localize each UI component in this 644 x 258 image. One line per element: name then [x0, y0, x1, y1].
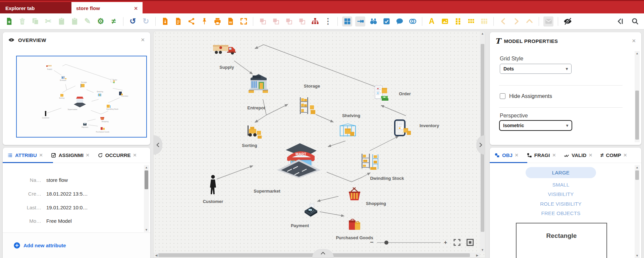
- node-payment[interactable]: [303, 203, 319, 219]
- redo-icon[interactable]: ↻: [141, 16, 151, 27]
- zoom-slider[interactable]: [377, 242, 441, 243]
- edit-icon[interactable]: ✎: [83, 16, 93, 27]
- attr-created-value[interactable]: 18.01.2022 13:5…: [46, 191, 88, 197]
- paste-icon[interactable]: [56, 16, 66, 27]
- node-supply[interactable]: [212, 42, 237, 59]
- snapshot-icon[interactable]: [238, 16, 249, 27]
- node-shelving[interactable]: [339, 123, 357, 139]
- tab-occurrences-close-icon[interactable]: ✕: [133, 153, 137, 158]
- text-tool-icon[interactable]: A: [427, 16, 437, 27]
- tab-comparison[interactable]: ≠ COMP ✕: [600, 152, 627, 158]
- add-attribute-button[interactable]: Add new attribute: [23, 243, 66, 248]
- node-shopping[interactable]: [346, 187, 363, 203]
- undo-icon[interactable]: ↺: [128, 16, 138, 27]
- select-mode-icon[interactable]: [381, 16, 391, 27]
- cut-icon[interactable]: ✂: [43, 16, 53, 27]
- perspective-dropdown[interactable]: Isometric ▾: [499, 120, 572, 131]
- collapse-right-icon[interactable]: [615, 16, 625, 27]
- tab-explorer[interactable]: Explorer tab: [0, 2, 71, 14]
- zoom-in-button[interactable]: +: [444, 240, 447, 246]
- export-file-icon[interactable]: [160, 16, 170, 27]
- hide-assignments-checkbox[interactable]: [500, 93, 505, 99]
- scroll-left-icon[interactable]: ◀: [154, 254, 158, 257]
- attr-model-type-value[interactable]: Free Model: [46, 218, 72, 224]
- share-icon[interactable]: [186, 16, 196, 27]
- scroll-right-icon[interactable]: ▶: [475, 254, 479, 257]
- tab-fragments[interactable]: FRAGI ✕: [527, 152, 556, 158]
- scroll-up-icon[interactable]: ▲: [635, 52, 640, 55]
- grid-style-dropdown[interactable]: Dots ▾: [500, 64, 572, 74]
- copy-icon[interactable]: [30, 16, 40, 27]
- nav-up-icon[interactable]: [524, 16, 534, 27]
- hierarchy-icon[interactable]: [310, 16, 320, 27]
- option-free-objects[interactable]: FREE OBJECTS: [541, 210, 581, 216]
- node-supermarket[interactable]: MART: [274, 138, 324, 179]
- image-tool-icon[interactable]: [440, 16, 450, 27]
- new-model-icon[interactable]: [4, 16, 14, 27]
- scrollbar-thumb[interactable]: [145, 170, 148, 189]
- tab-attributes[interactable]: ATTRIBU ✕: [7, 152, 43, 158]
- tab-close-icon[interactable]: ✕: [134, 6, 138, 11]
- fit-view-icon[interactable]: [466, 239, 474, 246]
- tab-attributes-close-icon[interactable]: ✕: [39, 153, 43, 158]
- hide-elements-icon[interactable]: [562, 16, 573, 27]
- more-options-icon[interactable]: ⋮: [323, 16, 333, 27]
- pin-icon[interactable]: [199, 16, 209, 27]
- objects-scrollbar[interactable]: ▲ ▼: [635, 165, 640, 258]
- tab-objects[interactable]: OBJ ✕: [494, 152, 519, 158]
- scrollbar-thumb[interactable]: [635, 91, 639, 140]
- node-dwindling[interactable]: [360, 152, 381, 172]
- node-storage[interactable]: [298, 97, 317, 117]
- send-backward-icon[interactable]: [297, 16, 307, 27]
- model-properties-close-icon[interactable]: ✕: [632, 38, 636, 44]
- objects-large-icon[interactable]: [466, 16, 476, 27]
- option-role-visibility[interactable]: ROLE VISIBILITY: [540, 201, 582, 207]
- scroll-down-icon[interactable]: ▼: [144, 228, 149, 231]
- zoom-slider-knob[interactable]: [384, 241, 388, 245]
- search-model-icon[interactable]: [368, 16, 378, 27]
- node-customer[interactable]: [209, 174, 217, 197]
- search-icon[interactable]: [630, 16, 640, 27]
- fullscreen-icon[interactable]: [453, 239, 461, 246]
- compare-icon[interactable]: ≠: [109, 16, 119, 27]
- settings-icon[interactable]: ⚙: [96, 16, 106, 27]
- overview-thumbnail[interactable]: SupplyEntrepotStorage SortingShelvingOrd…: [16, 56, 147, 138]
- option-small[interactable]: SMALL: [552, 182, 570, 188]
- node-sorting[interactable]: [246, 124, 263, 141]
- delete-icon[interactable]: [17, 16, 27, 27]
- option-large[interactable]: LARGE: [526, 167, 596, 178]
- tab-store-flow[interactable]: store flow ✕: [71, 2, 143, 14]
- nav-left-icon[interactable]: [498, 16, 508, 27]
- zoom-out-button[interactable]: −: [370, 239, 374, 246]
- paste-special-icon[interactable]: [69, 16, 79, 27]
- mail-icon[interactable]: [543, 16, 553, 27]
- attr-modified-value[interactable]: 19.01.2022 10:0…: [46, 205, 88, 210]
- scroll-down-icon[interactable]: ▼: [480, 248, 485, 252]
- tab-validation-close-icon[interactable]: ✕: [589, 153, 592, 158]
- bring-forward-icon[interactable]: [284, 16, 294, 27]
- tab-assignments[interactable]: ASSIGNMI ✕: [51, 152, 90, 158]
- view-grid-icon[interactable]: [342, 16, 352, 27]
- table-tool-icon[interactable]: [479, 16, 489, 27]
- tab-objects-close-icon[interactable]: ✕: [515, 153, 519, 158]
- send-to-back-icon[interactable]: [271, 16, 281, 27]
- tab-comparison-close-icon[interactable]: ✕: [623, 153, 627, 158]
- relations-icon[interactable]: [408, 16, 418, 27]
- export-word-icon[interactable]: [225, 16, 235, 27]
- shape-rectangle[interactable]: Rectangle: [516, 223, 607, 258]
- overview-close-icon[interactable]: ✕: [141, 37, 145, 43]
- scroll-up-icon[interactable]: ▲: [144, 166, 149, 169]
- print-icon[interactable]: [212, 16, 222, 27]
- node-entrepot[interactable]: [248, 73, 269, 95]
- tab-assignments-close-icon[interactable]: ✕: [86, 153, 90, 158]
- diagram-canvas[interactable]: Supply Entrepot Storage: [153, 31, 485, 258]
- attr-name-value[interactable]: store flow: [46, 177, 68, 183]
- plus-circle-icon[interactable]: [13, 242, 20, 249]
- scroll-up-icon[interactable]: ▲: [635, 166, 640, 169]
- nav-right-icon[interactable]: [511, 16, 521, 27]
- node-order[interactable]: [372, 85, 390, 104]
- tab-validation[interactable]: VALID ✕: [564, 152, 592, 158]
- sidebar-toggle-icon[interactable]: [355, 16, 365, 27]
- bring-to-front-icon[interactable]: [258, 16, 268, 27]
- properties-scrollbar[interactable]: ▲: [635, 51, 640, 142]
